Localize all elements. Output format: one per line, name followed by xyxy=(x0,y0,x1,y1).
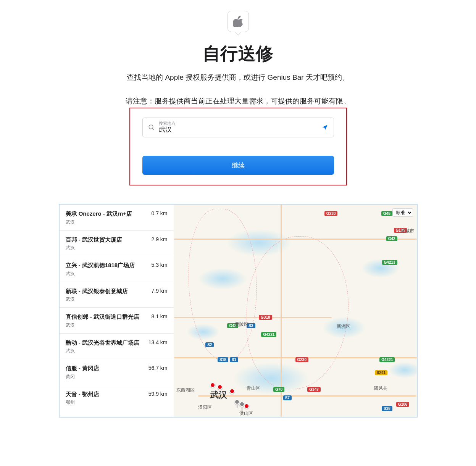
results-container: 美承 Onezero - 武汉m+店武汉0.7 km百邦 - 武汉世贸大厦店武汉… xyxy=(59,204,418,418)
store-city: 武汉 xyxy=(66,296,128,303)
store-city: 武汉 xyxy=(66,271,135,277)
map-pin[interactable] xyxy=(217,384,223,390)
result-item[interactable]: 立兴 - 武汉凯德1818广场店武汉5.3 km xyxy=(60,256,174,282)
store-city: 武汉 xyxy=(66,245,122,251)
svg-line-1 xyxy=(152,128,154,130)
result-item[interactable]: 天音 - 鄂州店鄂州59.9 km xyxy=(60,385,174,411)
store-distance: 7.9 km xyxy=(151,287,167,294)
map-road xyxy=(281,205,282,417)
result-item[interactable]: 新联 - 武汉银泰创意城店武汉7.9 km xyxy=(60,282,174,308)
result-item[interactable]: 信服 - 黄冈店黄冈56.7 km xyxy=(60,359,174,385)
place-label: 新洲区 xyxy=(337,323,350,330)
result-item[interactable]: 美承 Onezero - 武汉m+店武汉0.7 km xyxy=(60,205,174,231)
store-name: 直信创邺 - 武汉街道口群光店 xyxy=(66,313,139,321)
map-pane[interactable]: 标准 G230 G45 G106 G42 G4213 G318 G42 S3 G… xyxy=(174,205,417,417)
road-badge: G230 xyxy=(324,211,337,216)
map-road xyxy=(198,395,416,397)
search-field-wrap[interactable]: 搜索地点 xyxy=(142,118,334,137)
road-badge: S7 xyxy=(283,395,292,400)
store-name: 美承 Onezero - 武汉m+店 xyxy=(66,210,132,218)
store-city: 武汉 xyxy=(66,348,139,354)
store-name: 天音 - 鄂州店 xyxy=(66,390,99,398)
map-road xyxy=(174,239,417,240)
map-type-select[interactable]: 标准 xyxy=(392,208,413,217)
road-badge: S38 xyxy=(382,406,392,411)
apple-logo-box xyxy=(228,11,249,32)
map-pin[interactable] xyxy=(229,389,235,394)
store-city: 黄冈 xyxy=(66,374,99,380)
place-label: 洪山区 xyxy=(239,410,253,417)
store-distance: 59.9 km xyxy=(148,390,168,397)
road-badge: G4221 xyxy=(261,332,276,337)
map-pin[interactable] xyxy=(244,403,249,409)
store-distance: 56.7 km xyxy=(148,364,168,371)
place-label: 团风县 xyxy=(374,385,387,392)
place-label: 东西湖区 xyxy=(176,387,195,393)
road-badge: G318 xyxy=(259,315,272,320)
search-icon xyxy=(148,124,155,131)
map-road xyxy=(174,317,332,318)
store-name: 信服 - 黄冈店 xyxy=(66,364,99,372)
search-highlight-box: 搜索地点 继续 xyxy=(129,108,347,185)
road-badge: S2 xyxy=(205,342,214,347)
road-badge: S18 xyxy=(218,357,228,362)
results-list[interactable]: 美承 Onezero - 武汉m+店武汉0.7 km百邦 - 武汉世贸大厦店武汉… xyxy=(60,205,174,417)
place-label: 汉阳区 xyxy=(198,404,212,411)
map-pin-cluster[interactable] xyxy=(239,402,245,407)
store-distance: 2.9 km xyxy=(151,236,167,242)
map-pin[interactable] xyxy=(210,382,215,388)
search-input[interactable] xyxy=(159,126,318,134)
road-badge: G45 xyxy=(381,211,392,216)
store-distance: 5.3 km xyxy=(151,261,167,268)
location-arrow-icon[interactable] xyxy=(321,124,328,131)
road-badge: S1 xyxy=(230,357,238,362)
notice-text: 请注意：服务提供商当前正在处理大量需求，可提供的服务可能有限。 xyxy=(0,96,476,106)
road-badge: G106 xyxy=(396,402,409,407)
road-badge: S241 xyxy=(375,370,387,375)
store-distance: 0.7 km xyxy=(151,210,167,216)
road-badge: G70 xyxy=(273,387,284,392)
road-badge: G347 xyxy=(307,387,320,392)
store-city: 武汉 xyxy=(66,322,139,329)
store-city: 鄂州 xyxy=(66,399,99,406)
search-label: 搜索地点 xyxy=(159,121,176,126)
road-badge: G230 xyxy=(295,357,308,362)
store-name: 立兴 - 武汉凯德1818广场店 xyxy=(66,261,135,269)
road-badge: G4221 xyxy=(379,357,395,362)
store-name: 百邦 - 武汉世贸大厦店 xyxy=(66,236,122,243)
svg-point-0 xyxy=(149,125,153,129)
place-label: 青山区 xyxy=(247,385,260,392)
page-title: 自行送修 xyxy=(0,42,476,66)
store-name: 酷动 - 武汉光谷世界城广场店 xyxy=(66,339,139,347)
result-item[interactable]: 百邦 - 武汉世贸大厦店武汉2.9 km xyxy=(60,231,174,256)
place-label: 黄陂区 xyxy=(235,321,248,328)
store-city: 武汉 xyxy=(66,219,132,226)
store-name: 新联 - 武汉银泰创意城店 xyxy=(66,287,128,295)
page-subtitle: 查找当地的 Apple 授权服务提供商，或进行 Genius Bar 天才吧预约… xyxy=(0,73,476,82)
store-distance: 13.4 km xyxy=(148,339,168,345)
apple-logo-icon xyxy=(233,16,243,27)
continue-button[interactable]: 继续 xyxy=(142,156,334,175)
place-label-primary: 武汉 xyxy=(210,389,227,401)
place-label: 麻城市 xyxy=(400,228,414,234)
road-badge: G42 xyxy=(386,236,397,241)
store-distance: 8.1 km xyxy=(151,313,167,319)
result-item[interactable]: 酷动 - 武汉光谷世界城广场店武汉13.4 km xyxy=(60,334,174,360)
road-badge: G4213 xyxy=(382,260,397,265)
result-item[interactable]: 直信创邺 - 武汉街道口群光店武汉8.1 km xyxy=(60,308,174,334)
